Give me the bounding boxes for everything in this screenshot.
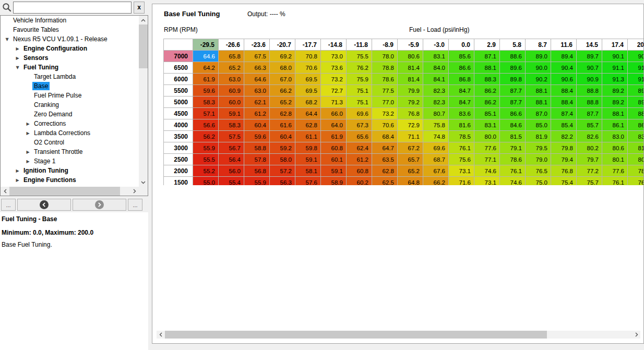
fuel-cell[interactable]: 57.5 [219, 131, 244, 142]
scroll-down-icon[interactable] [139, 178, 148, 187]
fuel-cell[interactable]: 68.2 [295, 96, 321, 108]
fuel-cell[interactable]: 72.9 [398, 119, 423, 131]
col-header[interactable]: 11.6 [551, 39, 577, 51]
fuel-cell[interactable]: 73.1 [474, 177, 500, 186]
fuel-cell[interactable]: 62.8 [270, 108, 295, 119]
fuel-cell[interactable]: 57.8 [244, 154, 270, 165]
collapsed-arrow-icon[interactable]: ▶ [23, 148, 32, 157]
fuel-cell[interactable]: 77.5 [372, 85, 398, 96]
fuel-cell[interactable]: 76.1 [449, 142, 474, 154]
fuel-cell[interactable]: 78.6 [372, 74, 398, 85]
fuel-cell[interactable]: 67.3 [347, 119, 372, 131]
fuel-cell[interactable]: 56.0 [219, 165, 244, 177]
fuel-cell[interactable]: 66.2 [270, 85, 295, 96]
fuel-cell[interactable]: 86.6 [500, 108, 526, 119]
fuel-cell[interactable]: 64.6 [244, 74, 270, 85]
tree-hscroll-thumb[interactable] [9, 187, 120, 196]
fuel-cell[interactable]: 83.1 [474, 119, 500, 131]
fuel-cell[interactable]: 60.4 [270, 131, 295, 142]
fuel-cell[interactable]: 70.6 [295, 62, 321, 74]
fuel-cell[interactable]: 64.7 [372, 142, 398, 154]
fuel-cell[interactable]: 74.6 [474, 165, 500, 177]
tree-item-stage-1[interactable]: ▶Stage 1 [1, 156, 139, 166]
fuel-cell[interactable]: 57.1 [193, 108, 219, 119]
col-header[interactable]: -14.8 [321, 39, 347, 51]
fuel-cell[interactable]: 81.0 [628, 142, 644, 154]
fuel-cell[interactable]: 88.1 [526, 96, 551, 108]
fuel-cell[interactable]: 60.1 [321, 154, 347, 165]
fuel-cell[interactable]: 65.8 [219, 51, 244, 62]
fuel-cell[interactable]: 67.2 [398, 142, 423, 154]
tree-item-lambda-corrections[interactable]: ▶Lambda Corrections [1, 128, 139, 138]
fuel-cell[interactable]: 90.9 [577, 74, 602, 85]
fuel-cell[interactable]: 87.0 [526, 108, 551, 119]
fuel-cell[interactable]: 77.2 [577, 165, 602, 177]
fuel-cell[interactable]: 77.6 [474, 142, 500, 154]
fuel-cell[interactable]: 81.4 [398, 62, 423, 74]
fuel-cell[interactable]: 89.7 [577, 51, 602, 62]
fuel-cell[interactable]: 91.6 [628, 74, 644, 85]
fuel-cell[interactable]: 85.6 [449, 51, 474, 62]
tree-item-nexus-r5-vcu-v1-09-1-release[interactable]: ▼Nexus R5 VCU V1.09.1 - Release [1, 34, 139, 44]
fuel-cell[interactable]: 55.9 [193, 142, 219, 154]
fuel-cell[interactable]: 90.4 [551, 62, 577, 74]
fuel-cell[interactable]: 67.0 [270, 74, 295, 85]
fuel-cell[interactable]: 74.8 [423, 131, 449, 142]
fuel-cell[interactable]: 60.8 [347, 165, 372, 177]
table-hscroll-thumb[interactable] [165, 331, 547, 339]
row-header[interactable]: 5500 [164, 85, 193, 96]
fuel-cell[interactable]: 84.7 [449, 85, 474, 96]
fuel-cell[interactable]: 73.0 [321, 51, 347, 62]
fuel-cell[interactable]: 82.3 [423, 96, 449, 108]
tree-item-transient-throttle[interactable]: ▶Transient Throttle [1, 147, 139, 156]
fuel-cell[interactable]: 58.0 [270, 154, 295, 165]
fuel-cell[interactable]: 80.1 [602, 154, 628, 165]
fuel-cell[interactable]: 63.0 [244, 85, 270, 96]
col-header[interactable]: -23.6 [244, 39, 270, 51]
fuel-cell[interactable]: 80.2 [577, 142, 602, 154]
fuel-cell[interactable]: 89.6 [500, 62, 526, 74]
col-header[interactable]: 20.3 [628, 39, 644, 51]
fuel-cell[interactable]: 75.7 [577, 177, 602, 186]
fuel-cell[interactable]: 87.7 [577, 108, 602, 119]
fuel-cell[interactable]: 62.8 [295, 119, 321, 131]
col-header[interactable]: 8.7 [526, 39, 551, 51]
col-header[interactable]: 14.5 [577, 39, 602, 51]
fuel-cell[interactable]: 61.6 [270, 119, 295, 131]
fuel-cell[interactable]: 73.1 [449, 165, 474, 177]
collapsed-arrow-icon[interactable]: ▶ [23, 157, 32, 166]
fuel-cell[interactable]: 83.1 [423, 51, 449, 62]
col-header[interactable]: 2.9 [474, 39, 500, 51]
fuel-cell[interactable]: 87.7 [500, 85, 526, 96]
fuel-cell[interactable]: 79.0 [526, 154, 551, 165]
col-header[interactable]: -17.7 [295, 39, 321, 51]
collapsed-arrow-icon[interactable]: ▶ [13, 54, 22, 63]
fuel-cell[interactable]: 80.6 [602, 142, 628, 154]
collapsed-arrow-icon[interactable]: ▶ [13, 176, 22, 185]
fuel-cell[interactable]: 67.6 [423, 165, 449, 177]
fuel-cell[interactable]: 76.8 [398, 108, 423, 119]
fuel-cell[interactable]: 86.1 [602, 119, 628, 131]
fuel-cell[interactable]: 56.8 [244, 165, 270, 177]
fuel-cell[interactable]: 76.8 [551, 165, 577, 177]
scroll-left-icon[interactable] [1, 187, 9, 196]
row-header[interactable]: 2500 [164, 154, 193, 165]
fuel-cell[interactable]: 88.1 [602, 108, 628, 119]
tree-item-target-lambda[interactable]: Target Lambda [1, 72, 139, 81]
fuel-cell[interactable]: 79.1 [500, 142, 526, 154]
fuel-cell[interactable]: 62.8 [372, 165, 398, 177]
fuel-cell[interactable]: 68.7 [423, 154, 449, 165]
col-header[interactable]: -29.5 [193, 39, 219, 51]
tree-item-cranking[interactable]: Cranking [1, 100, 139, 110]
fuel-cell[interactable]: 89.8 [500, 74, 526, 85]
fuel-cell[interactable]: 57.2 [270, 165, 295, 177]
fuel-cell[interactable]: 59.1 [321, 165, 347, 177]
fuel-cell[interactable]: 60.8 [321, 142, 347, 154]
fuel-cell[interactable]: 73.2 [321, 74, 347, 85]
fuel-cell[interactable]: 64.8 [398, 177, 423, 186]
fuel-cell[interactable]: 75.8 [423, 119, 449, 131]
fuel-cell[interactable]: 55.9 [244, 177, 270, 186]
fuel-cell[interactable]: 82.6 [577, 131, 602, 142]
fuel-cell[interactable]: 84.0 [423, 62, 449, 74]
fuel-cell[interactable]: 85.4 [551, 119, 577, 131]
